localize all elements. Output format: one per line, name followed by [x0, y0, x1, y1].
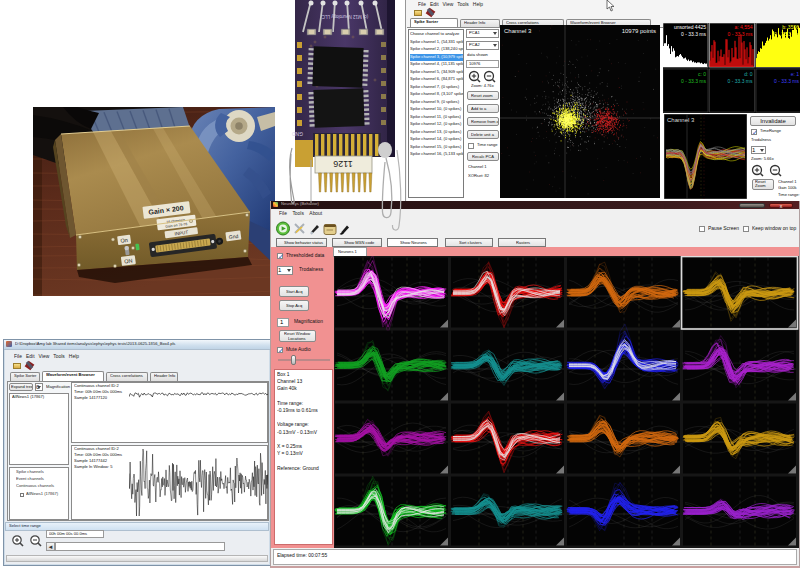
- svg-text:0 - 33.3 ms: 0 - 33.3 ms: [727, 78, 753, 84]
- svg-text:c: 0: c: 0: [698, 71, 706, 77]
- svg-text:e: 1: e: 1: [791, 71, 800, 77]
- svg-text:ON: ON: [124, 258, 133, 265]
- svg-text:GND: GND: [292, 131, 304, 137]
- svg-text:0 - 33.3 ms: 0 - 33.3 ms: [774, 31, 800, 37]
- svg-text:b: 3596: b: 3596: [782, 24, 799, 30]
- svg-text:10979 points: 10979 points: [622, 28, 656, 34]
- svg-text:0 - 33.3 ms: 0 - 33.3 ms: [774, 78, 800, 84]
- svg-text:(c) M12 Neurology LLC: (c) M12 Neurology LLC: [321, 14, 368, 19]
- svg-text:0 - 33.3 ms: 0 - 33.3 ms: [681, 78, 707, 84]
- svg-text:On: On: [120, 237, 128, 244]
- svg-text:0 - 33.3 ms: 0 - 33.3 ms: [681, 31, 707, 37]
- svg-text:Gnd: Gnd: [228, 233, 238, 240]
- svg-text:a: 4,554: a: 4,554: [734, 24, 752, 30]
- svg-text:d: 0: d: 0: [744, 71, 753, 77]
- svg-text:Channel 3: Channel 3: [504, 28, 532, 34]
- svg-text:1126: 1126: [333, 159, 352, 169]
- svg-text:unsorted 4425: unsorted 4425: [674, 24, 706, 30]
- svg-text:0 - 33.3 ms: 0 - 33.3 ms: [727, 31, 753, 37]
- svg-text:Channel 3: Channel 3: [667, 117, 695, 123]
